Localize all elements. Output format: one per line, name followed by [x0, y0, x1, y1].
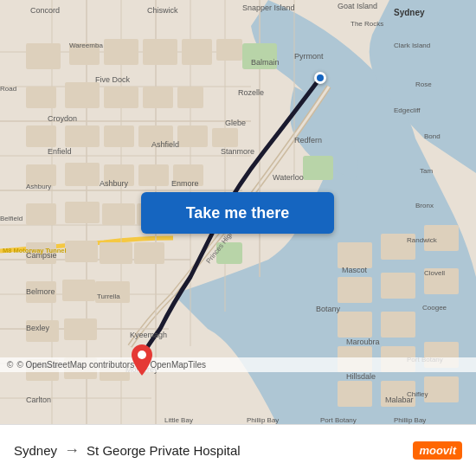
svg-text:Sydney: Sydney [394, 8, 425, 17]
origin-label: Sydney [14, 443, 57, 458]
svg-text:M8 Motorway Tunnel: M8 Motorway Tunnel [3, 247, 67, 254]
svg-text:Concord: Concord [30, 6, 60, 15]
destination-label: St George Private Hospital [87, 443, 241, 458]
svg-rect-41 [138, 164, 169, 186]
svg-rect-66 [381, 312, 415, 338]
svg-text:Rozelle: Rozelle [238, 88, 264, 97]
svg-text:Chifley: Chifley [407, 390, 428, 398]
destination-marker [132, 344, 152, 379]
svg-text:Balmain: Balmain [251, 58, 280, 67]
svg-text:Croydon: Croydon [48, 114, 77, 123]
svg-rect-72 [424, 376, 459, 402]
svg-text:Five Dock: Five Dock [95, 75, 131, 84]
svg-text:The Rocks: The Rocks [351, 20, 383, 28]
svg-text:Rose: Rose [415, 80, 432, 88]
svg-text:Glebe: Glebe [225, 119, 246, 127]
svg-rect-63 [381, 273, 415, 299]
svg-text:Hillsdale: Hillsdale [346, 372, 376, 381]
moovit-badge: moovit [413, 441, 462, 460]
svg-text:Kyeemagh: Kyeemagh [130, 331, 167, 339]
svg-rect-55 [64, 318, 97, 340]
svg-rect-59 [338, 242, 372, 268]
button-label: Take me there [186, 204, 290, 222]
svg-rect-31 [177, 87, 203, 108]
svg-text:Clovell: Clovell [424, 269, 445, 277]
svg-rect-34 [104, 125, 134, 147]
svg-rect-24 [143, 39, 177, 65]
svg-text:Tam: Tam [420, 167, 433, 175]
svg-text:Belfield: Belfield [0, 215, 23, 222]
svg-text:Enmore: Enmore [171, 179, 199, 188]
svg-text:Snapper Island: Snapper Island [242, 3, 295, 12]
svg-text:Redfern: Redfern [294, 136, 322, 145]
svg-rect-48 [65, 241, 98, 262]
svg-text:Mascot: Mascot [342, 266, 368, 274]
svg-rect-45 [102, 203, 135, 225]
svg-text:Ashfield: Ashfield [151, 140, 179, 149]
svg-text:Turrella: Turrella [97, 293, 120, 300]
svg-rect-33 [65, 125, 100, 147]
svg-text:Enfield: Enfield [48, 147, 72, 156]
arrow-icon: → [64, 441, 80, 460]
svg-text:Stanmore: Stanmore [221, 147, 254, 156]
svg-text:Little Bay: Little Bay [164, 416, 193, 424]
svg-text:Road: Road [0, 85, 16, 93]
svg-rect-25 [182, 39, 212, 65]
svg-text:Goat Island: Goat Island [338, 2, 377, 10]
svg-rect-62 [338, 277, 372, 303]
moovit-logo: moovit [413, 441, 462, 460]
origin-marker [314, 72, 326, 84]
svg-text:Phillip Bay: Phillip Bay [394, 416, 426, 424]
svg-text:Bronx: Bronx [415, 202, 434, 209]
svg-rect-30 [143, 87, 173, 108]
svg-rect-27 [26, 87, 56, 108]
svg-rect-70 [338, 381, 372, 407]
svg-rect-32 [26, 125, 56, 147]
svg-rect-36 [177, 125, 208, 147]
svg-text:Port Botany: Port Botany [320, 416, 357, 424]
svg-text:Ashbury: Ashbury [100, 179, 129, 188]
svg-text:Bond: Bond [424, 132, 441, 140]
svg-rect-28 [65, 82, 100, 108]
svg-text:Waterloo: Waterloo [273, 173, 304, 182]
svg-text:Botany: Botany [316, 305, 341, 313]
svg-rect-65 [338, 312, 372, 338]
bottom-bar: Sydney → St George Private Hospital moov… [0, 424, 476, 476]
svg-rect-50 [134, 242, 164, 264]
svg-text:Phillip Bay: Phillip Bay [247, 416, 279, 424]
svg-text:Ashbury: Ashbury [26, 183, 51, 190]
svg-rect-29 [104, 87, 138, 108]
svg-text:Carlton: Carlton [26, 396, 51, 404]
svg-rect-52 [62, 280, 95, 301]
svg-rect-21 [26, 43, 61, 69]
take-me-there-button[interactable]: Take me there [141, 192, 334, 234]
svg-point-131 [138, 351, 146, 359]
svg-text:Wareemba: Wareemba [69, 42, 103, 49]
svg-rect-44 [65, 202, 100, 223]
svg-rect-26 [216, 39, 242, 61]
svg-rect-75 [303, 156, 333, 180]
svg-text:Belmore: Belmore [26, 287, 55, 296]
svg-text:Pyrmont: Pyrmont [294, 52, 324, 61]
svg-text:Bexley: Bexley [26, 324, 50, 332]
svg-rect-43 [26, 203, 56, 225]
svg-text:Chiswick: Chiswick [147, 6, 178, 15]
svg-text:Randwick: Randwick [407, 236, 438, 244]
svg-text:Maroubra: Maroubra [346, 338, 380, 346]
svg-rect-23 [104, 39, 138, 65]
svg-text:Edgecliff: Edgecliff [394, 106, 421, 114]
svg-text:Clark Island: Clark Island [394, 42, 430, 49]
copyright-icon: © [7, 360, 13, 370]
attribution-text: © OpenStreetMap contributors | © OpenMap… [16, 360, 206, 370]
svg-rect-39 [65, 163, 100, 186]
svg-rect-49 [100, 242, 132, 264]
svg-rect-37 [212, 128, 238, 147]
map-container: Concord Chiswick Snapper Island Goat Isl… [0, 0, 476, 424]
svg-text:Coogee: Coogee [422, 304, 447, 312]
map-attribution: © © OpenStreetMap contributors | © OpenM… [0, 357, 476, 372]
route-info: Sydney → St George Private Hospital [14, 441, 241, 460]
